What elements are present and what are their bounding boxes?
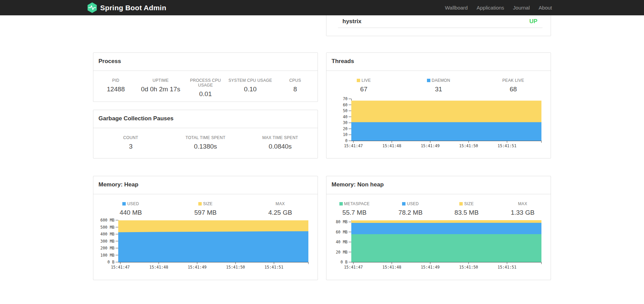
nav-item-about[interactable]: About (539, 5, 552, 11)
used-legend-swatch (122, 202, 126, 206)
metric-peak-live: PEAK LIVE 68 (476, 78, 551, 93)
svg-text:400 MB: 400 MB (100, 232, 114, 237)
nav-item-journal[interactable]: Journal (513, 5, 530, 11)
metric-heap-used: USED 440 MB (93, 201, 168, 216)
svg-text:60 MB: 60 MB (336, 230, 348, 234)
svg-text:60: 60 (343, 103, 348, 107)
metaspace-legend-swatch (339, 202, 343, 206)
svg-text:15:41:47: 15:41:47 (344, 143, 363, 148)
metric-pid: PID 12488 (93, 78, 138, 98)
nonheap-metrics: METASPACE 55.7 MB USED 78.2 MB SIZE 83.5… (326, 194, 551, 216)
spring-boot-admin-logo-icon (88, 2, 97, 13)
svg-text:15:41:49: 15:41:49 (421, 265, 440, 270)
svg-text:15:41:49: 15:41:49 (421, 143, 440, 148)
panel-title: Process (93, 53, 318, 71)
svg-text:15:41:47: 15:41:47 (344, 265, 363, 270)
svg-text:80 MB: 80 MB (336, 219, 348, 224)
metric-gc-count: COUNT 3 (93, 135, 168, 150)
gc-panel: Garbage Collection Pauses COUNT 3 TOTAL … (93, 110, 318, 158)
metric-uptime: UPTIME 0d 0h 2m 17s (138, 78, 183, 98)
brand-link[interactable]: Spring Boot Admin (88, 0, 166, 15)
svg-text:15:41:50: 15:41:50 (459, 265, 478, 270)
svg-text:20: 20 (343, 126, 348, 131)
svg-text:0 B: 0 B (107, 260, 114, 264)
nav-links: Wallboard Applications Journal About (445, 0, 552, 15)
panel-title: Garbage Collection Pauses (93, 110, 318, 128)
svg-text:10: 10 (343, 132, 348, 137)
svg-text:15:41:48: 15:41:48 (149, 265, 168, 270)
metric-heap-size: SIZE 597 MB (168, 201, 243, 216)
metric-nonheap-size: SIZE 83.5 MB (439, 201, 495, 216)
metric-system-cpu: SYSTEM CPU USAGE 0.10 (228, 78, 273, 98)
application-status-panel: hystrix UP (326, 15, 551, 36)
metric-daemon: DAEMON 31 (401, 78, 476, 93)
live-legend-swatch (357, 79, 360, 82)
daemon-legend-swatch (427, 79, 430, 82)
metric-gc-total-time: TOTAL TIME SPENT 0.1380s (168, 135, 243, 150)
svg-text:15:41:50: 15:41:50 (459, 143, 478, 148)
svg-text:600 MB: 600 MB (100, 218, 114, 223)
svg-text:30: 30 (343, 120, 348, 125)
memory-heap-panel: Memory: Heap USED 440 MB SIZE 597 MB MAX… (93, 176, 318, 280)
panel-title: Memory: Non heap (326, 176, 551, 194)
panel-title: Memory: Heap (93, 176, 318, 194)
brand-title: Spring Boot Admin (100, 4, 166, 12)
threads-metrics: LIVE 67 DAEMON 31 PEAK LIVE 68 (326, 71, 551, 93)
metric-gc-max-time: MAX TIME SPENT 0.0840s (243, 135, 318, 150)
size-legend-swatch (459, 202, 463, 206)
navbar: Spring Boot Admin Wallboard Applications… (0, 0, 644, 15)
metric-nonheap-max: MAX 1.33 GB (495, 201, 551, 216)
panel-title: Threads (326, 53, 551, 71)
svg-text:200 MB: 200 MB (100, 246, 114, 250)
svg-text:15:41:51: 15:41:51 (264, 265, 283, 270)
svg-text:70: 70 (343, 97, 348, 101)
used-legend-swatch (402, 202, 405, 206)
process-metrics: PID 12488 UPTIME 0d 0h 2m 17s PROCESS CP… (93, 71, 318, 98)
gc-metrics: COUNT 3 TOTAL TIME SPENT 0.1380s MAX TIM… (93, 128, 318, 150)
memory-heap-chart: 0 B100 MB200 MB300 MB400 MB500 MB600 MB1… (98, 218, 313, 270)
svg-text:15:41:50: 15:41:50 (226, 265, 245, 270)
svg-text:20 MB: 20 MB (336, 250, 348, 255)
memory-nonheap-panel: Memory: Non heap METASPACE 55.7 MB USED … (326, 176, 551, 280)
metric-heap-max: MAX 4.25 GB (243, 201, 318, 216)
metric-nonheap-used: USED 78.2 MB (383, 201, 439, 216)
threads-chart: 01020304050607015:41:4715:41:4815:41:491… (332, 97, 547, 149)
svg-text:15:41:48: 15:41:48 (382, 265, 401, 270)
status-badge: UP (529, 18, 537, 25)
metric-process-cpu: PROCESS CPU USAGE 0.01 (183, 78, 228, 98)
svg-text:15:41:51: 15:41:51 (497, 143, 516, 148)
size-legend-swatch (198, 202, 202, 206)
application-row: hystrix UP (326, 15, 551, 26)
row-divider (338, 28, 542, 28)
svg-text:500 MB: 500 MB (100, 225, 114, 230)
svg-text:0 B: 0 B (340, 260, 348, 264)
svg-text:100 MB: 100 MB (100, 253, 114, 258)
application-name-link[interactable]: hystrix (342, 18, 362, 25)
nav-item-applications[interactable]: Applications (477, 5, 504, 11)
svg-text:15:41:51: 15:41:51 (497, 265, 516, 270)
metric-live: LIVE 67 (326, 78, 401, 93)
svg-text:15:41:48: 15:41:48 (382, 143, 401, 148)
svg-text:0: 0 (345, 138, 348, 143)
svg-text:40 MB: 40 MB (336, 240, 348, 244)
metric-metaspace: METASPACE 55.7 MB (326, 201, 383, 216)
process-panel: Process PID 12488 UPTIME 0d 0h 2m 17s PR… (93, 52, 318, 102)
svg-text:40: 40 (343, 115, 348, 119)
svg-text:300 MB: 300 MB (100, 239, 114, 244)
svg-text:50: 50 (343, 108, 348, 113)
svg-text:15:41:49: 15:41:49 (188, 265, 206, 270)
svg-text:15:41:47: 15:41:47 (111, 265, 129, 270)
metric-cpus: CPUS 8 (273, 78, 318, 98)
memory-nonheap-chart: 0 B20 MB40 MB60 MB80 MB15:41:4715:41:481… (332, 218, 547, 270)
heap-metrics: USED 440 MB SIZE 597 MB MAX 4.25 GB (93, 194, 318, 216)
threads-panel: Threads LIVE 67 DAEMON 31 PEAK LIVE 68 0… (326, 52, 551, 158)
nav-item-wallboard[interactable]: Wallboard (445, 5, 468, 11)
